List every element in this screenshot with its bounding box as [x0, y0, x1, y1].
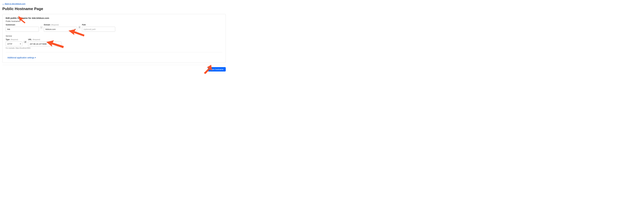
- chevron-down-icon: [20, 44, 21, 44]
- path-field: Path: [82, 24, 115, 32]
- path-input[interactable]: [82, 27, 115, 32]
- type-required: (Required): [10, 39, 18, 40]
- arrow-left-icon: ←: [2, 3, 4, 5]
- hostname-card: Edit public hostname for dok.bitdoze.com…: [2, 14, 226, 63]
- public-hostname-label: Public hostname: [6, 20, 222, 22]
- type-field: Type (Required) HTTP: [6, 39, 22, 46]
- service-label: Service: [6, 35, 222, 37]
- footer-row: Save hostname: [2, 65, 226, 72]
- subdomain-input[interactable]: [6, 27, 39, 32]
- domain-required: (Required): [51, 24, 59, 26]
- slash-separator: /: [78, 26, 81, 29]
- type-select[interactable]: HTTP: [6, 42, 22, 46]
- url-input[interactable]: [28, 42, 61, 46]
- url-required: (Required): [32, 39, 40, 40]
- save-hostname-button[interactable]: Save hostname: [208, 67, 226, 72]
- back-link[interactable]: ← Back to dok.bitdoze.com: [2, 3, 26, 5]
- additional-settings-label: Additional application settings: [8, 57, 34, 59]
- additional-settings-link[interactable]: Additional application settings: [8, 57, 36, 59]
- page-title: Public Hostname Page: [2, 7, 226, 11]
- service-row: Type (Required) HTTP :// URL (Required): [6, 39, 222, 46]
- subdomain-field: Subdomain: [6, 24, 39, 32]
- back-link-label: Back to dok.bitdoze.com: [5, 3, 26, 5]
- chevron-right-icon: [35, 57, 36, 58]
- chevron-down-icon: [74, 29, 76, 30]
- type-label: Type: [6, 39, 10, 41]
- url-field: URL (Required): [28, 39, 61, 46]
- type-value: HTTP: [7, 43, 20, 45]
- url-label: URL: [28, 39, 32, 41]
- domain-value: bitdoze.com: [46, 28, 74, 30]
- hostname-row: Subdomain . Domain (Required) bitdoze.co…: [6, 24, 222, 32]
- path-label: Path: [82, 24, 86, 26]
- domain-select[interactable]: bitdoze.com: [44, 27, 77, 32]
- divider: [6, 52, 222, 52]
- subdomain-label: Subdomain: [6, 24, 15, 26]
- domain-field: Domain (Required) bitdoze.com: [44, 24, 77, 32]
- dot-separator: .: [40, 26, 43, 29]
- domain-label: Domain: [44, 24, 50, 26]
- scheme-separator: ://: [24, 41, 27, 43]
- service-hint: For example, https://localhost:8001: [6, 47, 222, 49]
- card-title: Edit public hostname for dok.bitdoze.com: [6, 17, 222, 19]
